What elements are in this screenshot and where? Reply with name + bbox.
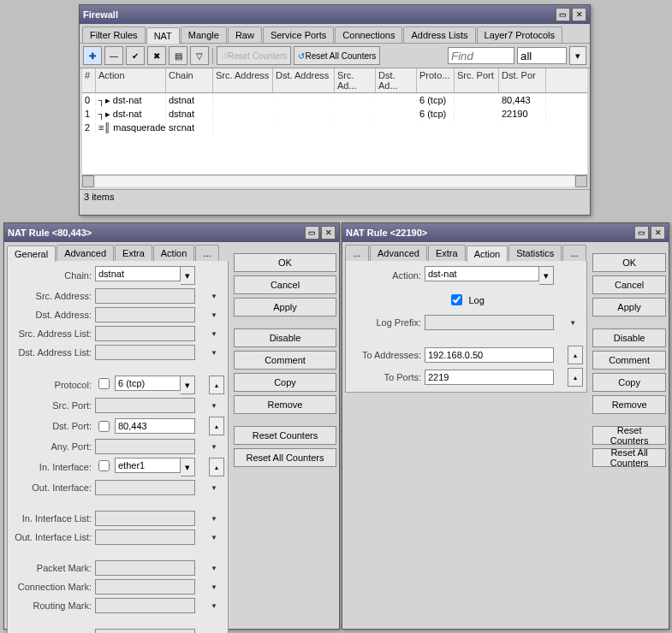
reset-all-counters-button[interactable]: Reset All Counters: [234, 448, 336, 467]
tab-advanced[interactable]: Advanced: [56, 245, 114, 261]
table-row[interactable]: 0 ┐▸ dst-nat dstnat 6 (tcp) 80,443: [82, 93, 587, 107]
expand-icon[interactable]: ▼: [209, 443, 224, 451]
conn-type-input[interactable]: [95, 629, 195, 633]
tab-action[interactable]: Action: [153, 245, 195, 261]
expand-icon[interactable]: ▼: [209, 484, 224, 492]
h-scrollbar[interactable]: [82, 175, 587, 189]
minimize-icon[interactable]: ▭: [634, 226, 649, 240]
comment-button[interactable]: Comment: [234, 351, 336, 370]
minimize-icon[interactable]: ▭: [556, 8, 570, 21]
apply-button[interactable]: Apply: [234, 298, 336, 316]
expand-icon[interactable]: ▼: [209, 602, 224, 610]
inif-invert-checkbox[interactable]: [98, 460, 110, 471]
col-action[interactable]: Action: [96, 68, 166, 92]
disable-button[interactable]: ✖: [147, 46, 166, 65]
tab-address-lists[interactable]: Address Lists: [403, 27, 475, 43]
tab-layer7[interactable]: Layer7 Protocols: [477, 27, 563, 43]
collapse-icon[interactable]: ▴: [568, 346, 583, 364]
expand-icon[interactable]: ▼: [209, 330, 224, 338]
expand-icon[interactable]: ▼: [209, 565, 224, 572]
dst-address-input[interactable]: [95, 307, 195, 322]
dropdown-icon[interactable]: ▾: [569, 46, 586, 65]
reset-all-counters-button[interactable]: ↺ Reset All Counters: [294, 46, 380, 65]
tab-statistics[interactable]: Statistics: [508, 245, 562, 261]
in-if-list-input[interactable]: [95, 511, 195, 526]
col-num[interactable]: #: [82, 68, 96, 92]
tab-filter-rules[interactable]: Filter Rules: [82, 27, 146, 43]
chain-select[interactable]: [95, 266, 181, 281]
disable-button[interactable]: Disable: [592, 328, 666, 347]
expand-icon[interactable]: ▼: [209, 515, 224, 523]
col-dstport[interactable]: Dst. Por: [499, 68, 546, 92]
firewall-titlebar[interactable]: Firewall ▭ ✕: [80, 5, 590, 24]
tab-extra[interactable]: Extra: [428, 245, 466, 261]
cancel-button[interactable]: Cancel: [234, 275, 336, 294]
log-checkbox[interactable]: [451, 294, 462, 305]
nat-rule-1-titlebar[interactable]: NAT Rule <80,443> ▭ ✕: [4, 223, 339, 242]
enable-button[interactable]: ✔: [126, 46, 145, 65]
col-srcad[interactable]: Src. Ad...: [335, 68, 376, 92]
chevron-down-icon[interactable]: ▾: [539, 266, 554, 285]
apply-button[interactable]: Apply: [592, 298, 666, 316]
tab-next[interactable]: ...: [562, 245, 586, 261]
chevron-down-icon[interactable]: ▾: [181, 458, 195, 476]
tab-general[interactable]: General: [7, 246, 56, 262]
tab-connections[interactable]: Connections: [335, 27, 402, 43]
dst-port-input[interactable]: [115, 418, 195, 434]
close-icon[interactable]: ✕: [651, 226, 665, 240]
reset-all-counters-button[interactable]: Reset All Counters: [592, 448, 666, 467]
close-icon[interactable]: ✕: [321, 226, 336, 240]
expand-icon[interactable]: ▼: [209, 583, 224, 591]
tab-advanced[interactable]: Advanced: [370, 245, 427, 261]
expand-icon[interactable]: ▼: [209, 311, 224, 319]
copy-button[interactable]: Copy: [234, 373, 336, 392]
reset-counters-button[interactable]: ↺ Reset Counters: [217, 46, 291, 65]
find-input[interactable]: [448, 47, 514, 64]
collapse-icon[interactable]: ▴: [209, 417, 224, 435]
packet-mark-input[interactable]: [95, 560, 195, 576]
reset-counters-button[interactable]: Reset Counters: [592, 426, 666, 445]
tab-nat[interactable]: NAT: [146, 27, 180, 44]
collapse-icon[interactable]: ▴: [209, 458, 224, 476]
to-addresses-input[interactable]: [425, 347, 554, 363]
reset-counters-button[interactable]: Reset Counters: [234, 426, 336, 445]
collapse-icon[interactable]: ▴: [209, 376, 224, 394]
routing-mark-input[interactable]: [95, 598, 195, 613]
tab-raw[interactable]: Raw: [228, 27, 262, 43]
col-srcport[interactable]: Src. Port: [455, 68, 499, 92]
conn-mark-input[interactable]: [95, 579, 195, 595]
col-srcaddr[interactable]: Src. Address: [213, 68, 273, 92]
table-row[interactable]: 2 ≡║ masquerade srcnat: [82, 121, 587, 134]
dst-addr-list-input[interactable]: [95, 345, 195, 360]
expand-icon[interactable]: ▼: [568, 319, 583, 327]
src-addr-list-input[interactable]: [95, 326, 195, 341]
disable-button[interactable]: Disable: [234, 328, 336, 347]
out-if-list-input[interactable]: [95, 529, 195, 545]
log-prefix-input[interactable]: [425, 315, 554, 330]
comment-button[interactable]: Comment: [592, 351, 666, 370]
table-row[interactable]: 1 ┐▸ dst-nat dstnat 6 (tcp) 22190: [82, 107, 587, 121]
remove-button[interactable]: Remove: [592, 395, 666, 414]
expand-icon[interactable]: ▼: [209, 349, 224, 357]
filter-all-select[interactable]: [517, 47, 567, 64]
remove-button[interactable]: Remove: [234, 395, 336, 414]
expand-icon[interactable]: ▼: [209, 402, 224, 410]
comment-button[interactable]: ▤: [169, 46, 187, 65]
tab-service-ports[interactable]: Service Ports: [263, 27, 334, 43]
filter-icon[interactable]: ▽: [190, 46, 209, 65]
col-dstad[interactable]: Dst. Ad...: [376, 68, 417, 92]
action-select[interactable]: [425, 266, 539, 281]
close-icon[interactable]: ✕: [572, 8, 586, 21]
nat-rule-2-titlebar[interactable]: NAT Rule <22190> ▭ ✕: [342, 223, 669, 242]
expand-icon[interactable]: ▼: [209, 293, 224, 300]
cancel-button[interactable]: Cancel: [592, 275, 666, 294]
add-button[interactable]: ✚: [83, 46, 102, 65]
remove-button[interactable]: —: [104, 46, 123, 65]
src-port-input[interactable]: [95, 398, 195, 413]
col-dstaddr[interactable]: Dst. Address: [273, 68, 335, 92]
collapse-icon[interactable]: ▴: [568, 368, 583, 387]
src-address-input[interactable]: [95, 288, 195, 304]
col-chain[interactable]: Chain: [166, 68, 213, 92]
tab-prev[interactable]: ...: [345, 245, 369, 261]
protocol-select[interactable]: [115, 376, 181, 391]
